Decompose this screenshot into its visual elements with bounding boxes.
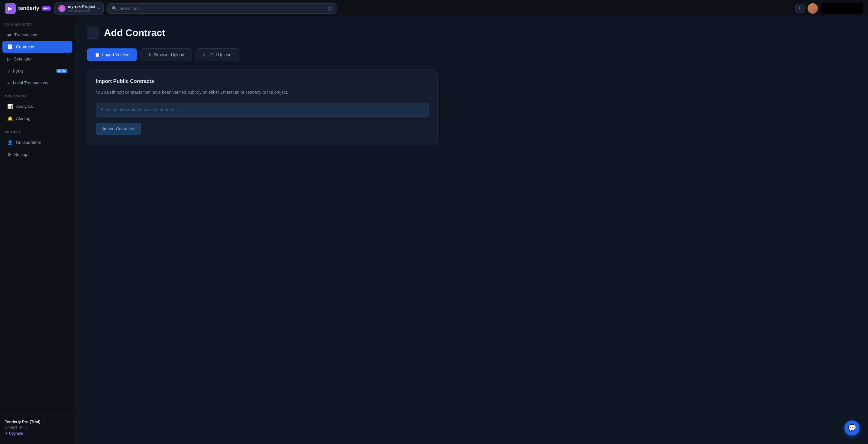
days-left: 14 days left ⓘ: [5, 425, 70, 430]
pro-trial-text: Tenderly Pro (Trial): [5, 419, 40, 424]
sidebar-item-transactions[interactable]: ⇄ Transactions: [2, 29, 72, 40]
sidebar-label-analytics: Analytics: [16, 104, 67, 109]
tab-import-verified[interactable]: 📋 Import Verified: [87, 49, 137, 61]
tab-browser-upload-label: Browser Upload: [154, 52, 184, 57]
collaborators-icon: 👤: [7, 140, 13, 145]
sidebar-label-alerting: Alerting: [16, 116, 67, 121]
sidebar-item-simulator[interactable]: ▷ Simulator: [2, 53, 72, 65]
tabs-row: 📋 Import Verified ⬆ Browser Upload >_ CL…: [87, 49, 856, 61]
main-content: ← Add Contract 📋 Import Verified ⬆ Brows…: [75, 17, 868, 444]
sidebar-item-alerting[interactable]: 🔔 Alerting: [2, 113, 72, 124]
sidebar-label-collaborators: Collaborators: [16, 140, 67, 145]
analytics-icon: 📊: [7, 104, 13, 109]
chat-fab-button[interactable]: 💬: [844, 420, 860, 436]
forks-new-badge: New: [56, 69, 67, 73]
top-nav: ▶ tenderly PRO ⬡ my-rsk-Project my-rsk-p…: [0, 0, 868, 17]
info-icon[interactable]: ⓘ: [25, 425, 28, 430]
import-card-desc: You can import contracts that have been …: [96, 89, 429, 95]
avatar-image: [808, 3, 818, 13]
search-bar: 🔍 /: [107, 3, 337, 13]
browser-upload-icon: ⬆: [148, 52, 152, 57]
logo-area: ▶ tenderly PRO: [5, 3, 51, 14]
sidebar-label-local-transactions: Local Transactions: [13, 81, 67, 85]
import-verified-icon: 📋: [95, 52, 100, 57]
sidebar-item-contracts[interactable]: 📄 Contracts: [2, 41, 72, 53]
tenderly-logo-icon: ▶: [5, 3, 16, 14]
settings-icon: ⚙: [7, 152, 11, 157]
sidebar-label-contracts: Contracts: [16, 45, 67, 49]
local-transactions-icon: ≡: [7, 80, 10, 85]
upgrade-star-icon: ✦: [5, 431, 8, 436]
simulator-icon: ▷: [7, 56, 11, 62]
sidebar-item-settings[interactable]: ⚙ Settings: [2, 149, 72, 160]
logo-text: tenderly: [18, 5, 39, 11]
project-icon: ⬡: [58, 5, 66, 12]
tab-browser-upload[interactable]: ⬆ Browser Upload: [141, 49, 192, 61]
import-contracts-button[interactable]: Import Contracts: [96, 123, 141, 135]
import-card: Import Public Contracts You can import c…: [87, 69, 438, 145]
search-shortcut: /: [328, 6, 333, 11]
chevron-down-icon: ▾: [98, 6, 100, 10]
sidebar-footer: Tenderly Pro (Trial) → 14 days left ⓘ ✦ …: [0, 416, 75, 439]
sidebar-section-monitoring: MONITORING: [0, 89, 75, 100]
main-layout: ON-CHAIN DATA ⇄ Transactions 📄 Contracts…: [0, 17, 868, 444]
avatar[interactable]: [808, 3, 818, 13]
tab-cli-upload[interactable]: >_ CLI Upload: [195, 49, 239, 61]
sidebar-label-transactions: Transactions: [14, 32, 67, 37]
import-card-title: Import Public Contracts: [96, 78, 429, 84]
sidebar-label-simulator: Simulator: [14, 57, 67, 61]
project-slug: my-rsk-project: [68, 9, 95, 12]
sidebar-label-forks: Forks: [13, 69, 53, 73]
search-icon: 🔍: [112, 6, 117, 11]
sidebar-item-collaborators[interactable]: 👤 Collaborators: [2, 137, 72, 148]
topnav-right: +: [795, 3, 863, 13]
project-name: my-rsk-Project: [68, 4, 95, 9]
sidebar-item-local-transactions[interactable]: ≡ Local Transactions: [2, 77, 72, 88]
sidebar-section-project: PROJECT: [0, 125, 75, 137]
alerting-icon: 🔔: [7, 116, 13, 121]
transactions-icon: ⇄: [7, 32, 11, 37]
project-selector[interactable]: ⬡ my-rsk-Project my-rsk-project ▾: [54, 2, 104, 14]
topnav-black-area: [821, 3, 863, 13]
sidebar-item-forks[interactable]: ⑂ Forks New: [2, 65, 72, 77]
sidebar-item-analytics[interactable]: 📊 Analytics: [2, 101, 72, 112]
back-button[interactable]: ←: [87, 27, 99, 39]
upgrade-label: Upgrade: [9, 431, 23, 436]
sidebar-label-settings: Settings: [14, 152, 67, 157]
upgrade-link[interactable]: ✦ Upgrade: [5, 431, 70, 436]
add-button[interactable]: +: [795, 4, 805, 13]
pro-trial-label[interactable]: Tenderly Pro (Trial) →: [5, 419, 70, 424]
sidebar: ON-CHAIN DATA ⇄ Transactions 📄 Contracts…: [0, 17, 75, 444]
sidebar-section-onchain: ON-CHAIN DATA: [0, 17, 75, 29]
contracts-icon: 📄: [7, 44, 13, 50]
page-header: ← Add Contract: [87, 27, 856, 39]
tab-import-verified-label: Import Verified: [102, 52, 129, 57]
search-input[interactable]: [119, 6, 326, 11]
forks-icon: ⑂: [7, 68, 10, 73]
days-left-text: 14 days left: [5, 425, 23, 430]
search-contract-input[interactable]: [96, 103, 429, 117]
cli-upload-icon: >_: [203, 52, 208, 57]
pro-badge: PRO: [42, 6, 51, 10]
pro-trial-arrow-icon: →: [42, 420, 46, 424]
tab-cli-upload-label: CLI Upload: [210, 52, 231, 57]
page-title: Add Contract: [104, 27, 165, 38]
